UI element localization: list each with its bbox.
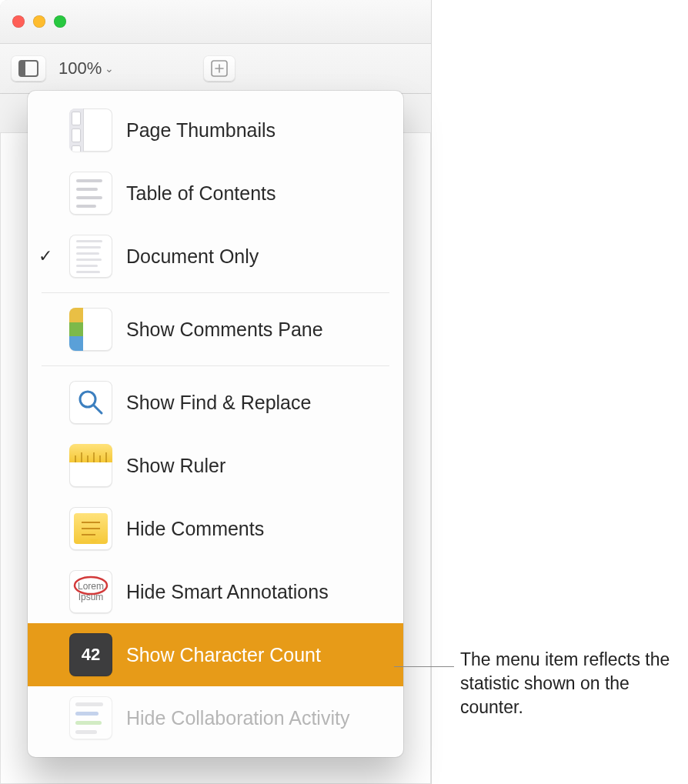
menu-item-page-thumbnails[interactable]: Page Thumbnails xyxy=(28,98,403,162)
annot-sample-2: Ipsum xyxy=(78,592,104,602)
close-window-button[interactable] xyxy=(12,15,25,28)
document-only-icon xyxy=(69,235,112,278)
callout-text: The menu item reflects the statistic sho… xyxy=(460,648,676,719)
menu-item-show-character-count[interactable]: 42 Show Character Count xyxy=(28,623,403,686)
menu-label: Hide Comments xyxy=(126,518,389,540)
collaboration-activity-icon xyxy=(69,696,112,739)
menu-label: Show Ruler xyxy=(126,455,389,477)
title-bar xyxy=(0,0,431,44)
svg-line-4 xyxy=(94,405,102,413)
menu-item-hide-collaboration-activity: Hide Collaboration Activity xyxy=(28,686,403,749)
comment-icon xyxy=(69,507,112,550)
zoom-level-dropdown[interactable]: 100% ⌄ xyxy=(58,58,114,78)
plus-icon xyxy=(211,60,228,77)
minimize-window-button[interactable] xyxy=(33,15,45,28)
annot-sample-1: Lorem xyxy=(78,581,104,592)
callout-connector xyxy=(394,666,454,667)
menu-label: Table of Contents xyxy=(126,182,389,205)
menu-item-hide-smart-annotations[interactable]: Lorem Ipsum Hide Smart Annotations xyxy=(28,560,403,623)
page-thumbnails-icon xyxy=(69,108,112,152)
menu-item-hide-comments[interactable]: Hide Comments xyxy=(28,497,403,560)
search-icon xyxy=(69,381,112,424)
menu-label: Page Thumbnails xyxy=(126,119,389,142)
add-button[interactable] xyxy=(203,55,235,82)
menu-label: Hide Collaboration Activity xyxy=(126,707,389,729)
character-count-value: 42 xyxy=(82,645,100,665)
comments-pane-icon xyxy=(69,308,112,351)
sidebar-icon xyxy=(18,60,38,77)
menu-item-document-only[interactable]: ✓ Document Only xyxy=(28,225,403,288)
menu-item-show-comments-pane[interactable]: Show Comments Pane xyxy=(28,298,403,361)
menu-label: Document Only xyxy=(126,245,389,268)
menu-item-table-of-contents[interactable]: Table of Contents xyxy=(28,162,403,225)
zoom-window-button[interactable] xyxy=(54,15,66,28)
zoom-level-value: 100% xyxy=(58,58,102,78)
menu-label: Show Comments Pane xyxy=(126,319,389,341)
character-count-icon: 42 xyxy=(69,633,112,676)
toolbar: 100% ⌄ xyxy=(0,44,431,94)
smart-annotations-icon: Lorem Ipsum xyxy=(69,570,112,613)
checkmark-icon: ✓ xyxy=(35,246,55,266)
chevron-down-icon: ⌄ xyxy=(105,62,114,75)
svg-rect-1 xyxy=(20,62,25,75)
menu-label: Show Find & Replace xyxy=(126,392,389,414)
menu-separator xyxy=(42,292,389,293)
table-of-contents-icon xyxy=(69,172,112,215)
menu-separator xyxy=(42,365,389,366)
menu-item-show-ruler[interactable]: Show Ruler xyxy=(28,434,403,497)
view-menu: Page Thumbnails Table of Contents ✓ Docu… xyxy=(28,91,403,757)
menu-label: Show Character Count xyxy=(126,644,389,666)
menu-label: Hide Smart Annotations xyxy=(126,581,389,603)
view-menu-button[interactable] xyxy=(11,55,46,82)
menu-item-show-find-replace[interactable]: Show Find & Replace xyxy=(28,371,403,434)
ruler-icon xyxy=(69,444,112,487)
